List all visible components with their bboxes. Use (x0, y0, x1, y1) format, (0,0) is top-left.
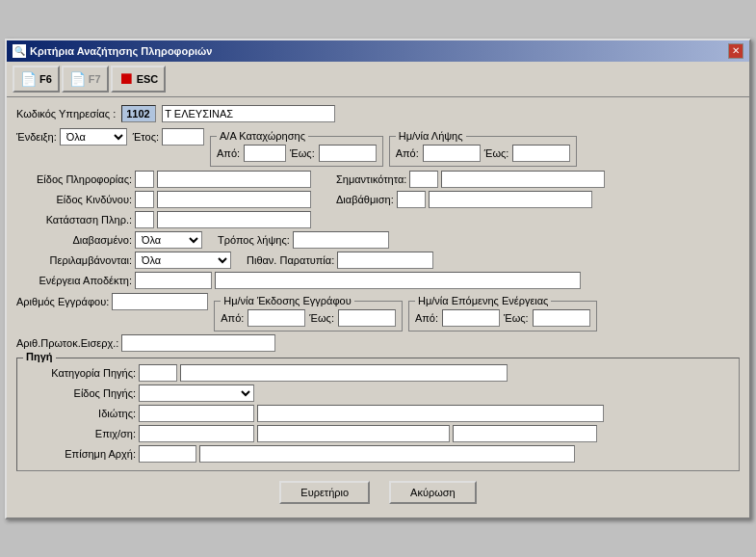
epihshi-input2[interactable] (257, 425, 450, 442)
idiotis-input1[interactable] (139, 405, 254, 422)
diavasmeno-label: Διαβασμένο: (16, 234, 132, 246)
imnia-ep-eos-input[interactable] (533, 309, 590, 327)
eidos-pigis-label: Είδος Πηγής: (25, 387, 136, 399)
kodikos-value: 1102 (121, 105, 156, 122)
evreterio-button[interactable]: Ευρετήριο (279, 481, 370, 504)
energeia-apodekti-name-input[interactable] (215, 272, 581, 289)
diabathmisi-input[interactable] (397, 191, 426, 208)
akyrosi-button[interactable]: Ακύρωση (389, 481, 477, 504)
imnia-apo-input[interactable] (423, 145, 481, 162)
simantikotita-name-input[interactable] (441, 171, 605, 188)
katastasi-plir-label: Κατάσταση Πληρ.: (16, 214, 132, 225)
episimi-arhi-label: Επίσημη Αρχή: (25, 448, 136, 460)
imnia-ekdosis-title: Ημ/νία Έκδοσης Εγγράφου (221, 295, 353, 306)
eidos-pliroforias-input[interactable] (135, 171, 154, 188)
esc-label: ESC (137, 73, 159, 85)
endeixi-select[interactable]: Όλα Ναι Όχι (60, 128, 127, 146)
imnia-epomenis-group: Ημ/νία Επόμενης Ενέργειας Από: Έως: (408, 301, 597, 332)
arith-protok-label: Αριθ.Πρωτοκ.Εισερχ.: (16, 337, 118, 349)
tropos-lipsis-label: Τρόπος λήψης: (218, 234, 290, 246)
f7-label: F7 (89, 73, 101, 85)
imnia-epomenis-title: Ημ/νία Επόμενης Ενέργειας (415, 295, 551, 306)
imnia-ek-eos-input[interactable] (338, 309, 396, 327)
apo-ep-label: Από: (415, 312, 438, 324)
eidos-kindinou-input[interactable] (135, 191, 154, 208)
aa-apo-input[interactable] (244, 145, 286, 162)
pithan-paratipias-label: Πιθαν. Παρατυπία: (247, 254, 334, 266)
f7-icon: 📄 (69, 71, 86, 87)
eidos-pliroforias-label: Είδος Πληροφορίας: (16, 173, 132, 185)
pigi-section-title: Πηγή (23, 351, 56, 362)
tropos-lipsis-input[interactable] (293, 231, 389, 249)
endeixi-label: Ένδειξη: (16, 131, 57, 143)
imnia-ep-apo-input[interactable] (442, 309, 500, 327)
main-content: Κωδικός Υπηρεσίας : 1102 Ένδειξη: Όλα Να… (7, 97, 749, 517)
simantikotita-label: Σημαντικότητα: (336, 173, 406, 185)
aa-eos-input[interactable] (319, 145, 377, 162)
title-bar: 🔍 Κριτήρια Αναζήτησης Πληροφοριών ✕ (7, 40, 749, 62)
kodikos-label: Κωδικός Υπηρεσίας : (16, 108, 116, 119)
katastasi-plir-input[interactable] (135, 211, 154, 228)
eidos-kindinou-label: Είδος Κινδύνου: (16, 194, 132, 205)
window-title: Κριτήρια Αναζήτησης Πληροφοριών (30, 45, 212, 57)
eos-label: Έως: (290, 147, 315, 159)
katastasi-plir-name-input[interactable] (157, 211, 311, 228)
aa-katahorisis-group: Α/Α Καταχώρησης Από: Έως: (210, 136, 383, 167)
eos-ek-label: Έως: (309, 312, 334, 324)
main-window: 🔍 Κριτήρια Αναζήτησης Πληροφοριών ✕ 📄 F6… (5, 39, 751, 519)
eos2-label: Έως: (484, 147, 509, 159)
episimi-arhi-input1[interactable] (139, 445, 196, 463)
diavasmeno-select[interactable]: ΌλαΝαιΌχι (135, 231, 202, 249)
imnia-lipsis-group: Ημ/νία Λήψης Από: Έως: (389, 136, 578, 167)
kathgoria-pigis-input2[interactable] (180, 364, 508, 382)
perilamvanontai-select[interactable]: ΌλαΝαιΌχι (135, 252, 231, 269)
diabathmisi-label: Διαβάθμιση: (336, 194, 394, 205)
perilamvanontai-label: Περιλαμβάνονται: (16, 254, 132, 266)
f7-button[interactable]: 📄 F7 (62, 66, 109, 93)
episimi-arhi-input2[interactable] (199, 445, 575, 463)
apo2-label: Από: (396, 147, 419, 159)
imnia-ek-apo-input[interactable] (248, 309, 305, 327)
eos-ep-label: Έως: (504, 312, 529, 324)
kathgoria-pigis-input1[interactable] (139, 364, 177, 382)
service-name-input[interactable] (162, 105, 335, 122)
apo-label: Από: (217, 147, 240, 159)
imnia-ekdosis-group: Ημ/νία Έκδοσης Εγγράφου Από: Έως: (214, 301, 403, 332)
diabathmisi-name-input[interactable] (429, 191, 592, 208)
close-button[interactable]: ✕ (728, 43, 743, 59)
pithan-paratipias-input[interactable] (337, 252, 433, 269)
kodikos-row: Κωδικός Υπηρεσίας : 1102 (16, 105, 740, 122)
idiotis-label: Ιδιώτης: (25, 408, 136, 419)
eidos-kindinou-name-input[interactable] (157, 191, 311, 208)
epihshi-label: Επιχ/ση: (25, 428, 136, 439)
f6-button[interactable]: 📄 F6 (13, 66, 60, 93)
eidos-pigis-select[interactable] (139, 385, 254, 402)
energeia-apodekti-input[interactable] (135, 272, 212, 289)
apo-ek-label: Από: (221, 312, 244, 324)
f6-icon: 📄 (20, 71, 37, 87)
idiotis-input2[interactable] (257, 405, 604, 422)
buttons-row: Ευρετήριο Ακύρωση (16, 481, 740, 510)
imnia-lipsis-title: Ημ/νία Λήψης (396, 130, 466, 142)
title-bar-left: 🔍 Κριτήρια Αναζήτησης Πληροφοριών (13, 44, 212, 58)
arith-protok-input[interactable] (121, 334, 275, 352)
pigi-section: Πηγή Κατηγορία Πηγής: Είδος Πηγής: Ιδιώτ… (16, 358, 740, 471)
simantikotita-input[interactable] (409, 171, 438, 188)
aa-katahorisis-title: Α/Α Καταχώρησης (217, 130, 308, 142)
f6-label: F6 (39, 73, 52, 85)
etos-label: Έτος: (133, 131, 159, 143)
energeia-apodekti-label: Ενέργεια Αποδέκτη: (16, 275, 132, 286)
kathgoria-pigis-label: Κατηγορία Πηγής: (25, 367, 136, 379)
toolbar: 📄 F6 📄 F7 ⏹ ESC (7, 62, 749, 97)
window-icon: 🔍 (13, 44, 26, 58)
epihshi-input3[interactable] (453, 425, 597, 442)
etos-input[interactable] (162, 128, 204, 146)
esc-icon: ⏹ (118, 70, 134, 88)
esc-button[interactable]: ⏹ ESC (111, 66, 167, 93)
epihshi-input1[interactable] (139, 425, 254, 442)
arithmos-engrafou-label: Αριθμός Εγγράφου: (16, 296, 109, 307)
eidos-pliroforias-name-input[interactable] (157, 171, 311, 188)
arithmos-engrafou-input[interactable] (112, 293, 208, 310)
imnia-eos-input[interactable] (512, 145, 570, 162)
